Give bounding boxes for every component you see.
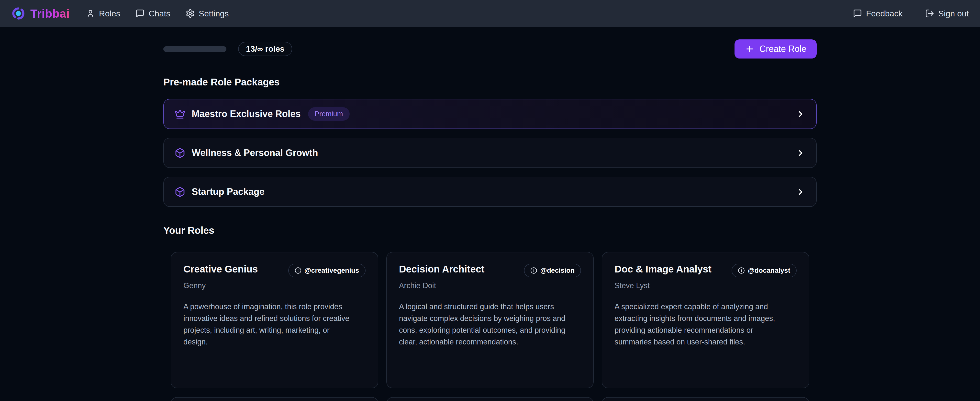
topbar: Tribbai Roles Chats: [0, 0, 980, 27]
nav-label: Chats: [149, 9, 170, 18]
role-handle: @creativegenius: [304, 267, 359, 275]
info-icon: [530, 267, 537, 274]
your-roles-section-title: Your Roles: [163, 225, 817, 236]
role-handle: @decision: [540, 267, 574, 275]
role-handle-badge[interactable]: @creativegenius: [288, 264, 365, 277]
role-handle: @docanalyst: [748, 267, 790, 275]
nav-item-settings[interactable]: Settings: [186, 9, 229, 18]
premium-badge: Premium: [308, 107, 350, 121]
card-header: Decision Architect @decision: [399, 264, 581, 277]
package-name: Wellness & Personal Growth: [192, 148, 318, 158]
topbar-right: Feedback Sign out: [853, 9, 969, 18]
plus-icon: [745, 44, 754, 54]
package-name: Maestro Exclusive Roles: [192, 109, 301, 119]
card-header: Doc & Image Analyst @docanalyst: [614, 264, 797, 277]
chevron-right-icon: [795, 187, 805, 197]
role-persona-name: Archie Doit: [399, 281, 581, 290]
package-icon: [175, 187, 185, 197]
packages-section-title: Pre-made Role Packages: [163, 77, 817, 88]
nav-item-roles[interactable]: Roles: [86, 9, 120, 18]
your-roles-grid-next-row: [163, 397, 817, 401]
brand-name: Tribbai: [30, 7, 70, 20]
role-card-partial[interactable]: [386, 397, 594, 401]
package-icon: [175, 148, 185, 158]
sign-out-icon: [925, 9, 934, 18]
roles-progress-bar: [163, 46, 226, 52]
package-name: Startup Package: [192, 187, 264, 197]
sign-out-button[interactable]: Sign out: [925, 9, 969, 18]
card-header: Creative Genius @creativegenius: [183, 264, 366, 277]
main-content: 13/∞ roles Create Role Pre-made Role Pac…: [163, 40, 817, 401]
role-description: A logical and structured guide that help…: [399, 301, 568, 348]
main-nav: Roles Chats Settings: [86, 9, 229, 18]
role-handle-badge[interactable]: @docanalyst: [732, 264, 797, 277]
nav-label: Roles: [99, 9, 120, 18]
nav-label: Settings: [199, 9, 229, 18]
brand[interactable]: Tribbai: [11, 6, 70, 21]
chevron-right-icon: [795, 148, 805, 158]
role-card-partial[interactable]: [602, 397, 809, 401]
roles-toolbar: 13/∞ roles Create Role: [163, 40, 817, 59]
roles-count-badge: 13/∞ roles: [238, 42, 292, 56]
package-list: Maestro Exclusive Roles Premium Wellness…: [163, 99, 817, 207]
role-card-doc-image-analyst[interactable]: Doc & Image Analyst @docanalyst Steve Ly…: [602, 252, 809, 388]
feedback-bubble-icon: [853, 9, 862, 18]
chevron-right-icon: [795, 109, 805, 119]
role-description: A powerhouse of imagination, this role p…: [183, 301, 352, 348]
your-roles-grid: Creative Genius @creativegenius Genny A …: [163, 252, 817, 388]
info-icon: [738, 267, 745, 274]
gear-icon: [186, 9, 195, 18]
role-persona-name: Steve Lyst: [614, 281, 797, 290]
role-handle-badge[interactable]: @decision: [524, 264, 581, 277]
role-card-decision-architect[interactable]: Decision Architect @decision Archie Doit…: [386, 252, 594, 388]
nav-item-chats[interactable]: Chats: [135, 9, 170, 18]
sign-out-label: Sign out: [938, 9, 969, 18]
create-role-button[interactable]: Create Role: [735, 40, 817, 59]
role-persona-name: Genny: [183, 281, 366, 290]
package-row-startup[interactable]: Startup Package: [163, 177, 817, 207]
package-row-maestro[interactable]: Maestro Exclusive Roles Premium: [163, 99, 817, 129]
role-card-partial[interactable]: [171, 397, 378, 401]
feedback-button[interactable]: Feedback: [853, 9, 902, 18]
chat-icon: [135, 9, 145, 18]
role-description: A specialized expert capable of analyzin…: [614, 301, 783, 348]
create-role-label: Create Role: [759, 44, 807, 54]
package-row-wellness[interactable]: Wellness & Personal Growth: [163, 138, 817, 168]
info-icon: [294, 267, 301, 274]
role-title: Decision Architect: [399, 264, 485, 275]
role-card-creative-genius[interactable]: Creative Genius @creativegenius Genny A …: [171, 252, 378, 388]
user-icon: [86, 9, 95, 18]
feedback-label: Feedback: [866, 9, 902, 18]
tribbai-logo-icon: [11, 6, 25, 21]
crown-icon: [175, 109, 185, 120]
role-title: Creative Genius: [183, 264, 258, 275]
role-title: Doc & Image Analyst: [614, 264, 711, 275]
